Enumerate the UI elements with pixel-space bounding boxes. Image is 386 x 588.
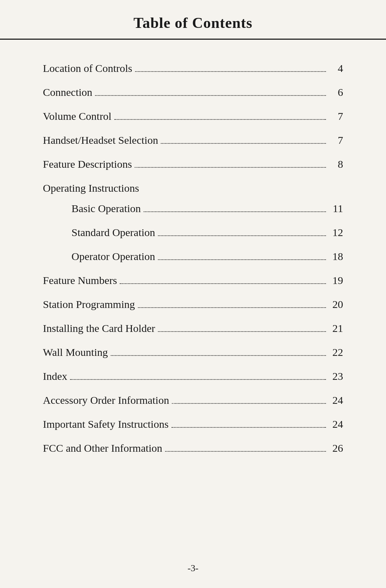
page-title: Table of Contents (29, 14, 357, 39)
toc-label: Location of Controls (43, 61, 132, 75)
toc-dots (120, 283, 326, 284)
toc-page-number: 24 (329, 393, 343, 407)
toc-entry: Installing the Card Holder21 (43, 321, 343, 335)
toc-page-number: 19 (329, 273, 343, 287)
toc-entry: Standard Operation12 (43, 225, 343, 239)
toc-entry: Volume Control7 (43, 109, 343, 123)
toc-page-number: 12 (329, 225, 343, 239)
toc-dots (158, 259, 326, 260)
toc-label: Operator Operation (71, 249, 155, 263)
toc-label: Important Safety Instructions (43, 417, 169, 431)
toc-entry: Operator Operation18 (43, 249, 343, 263)
toc-dots (144, 211, 326, 212)
toc-section-header: Operating Instructions (43, 181, 343, 195)
toc-page-number: 20 (329, 297, 343, 311)
toc-entry: Feature Descriptions8 (43, 157, 343, 171)
toc-entry: Wall Mounting22 (43, 345, 343, 359)
toc-page-number: 18 (329, 249, 343, 263)
toc-label: FCC and Other Information (43, 441, 162, 455)
toc-entry: Basic Operation11 (43, 201, 343, 215)
toc-label: Handset/Headset Selection (43, 133, 158, 147)
toc-entry: Operating Instructions (43, 181, 343, 195)
toc-dots (70, 379, 326, 380)
toc-entry: Connection6 (43, 85, 343, 99)
toc-entry: Index23 (43, 369, 343, 383)
toc-label: Wall Mounting (43, 345, 108, 359)
toc-dots (158, 331, 326, 332)
toc-label: Standard Operation (71, 225, 155, 239)
toc-label: Connection (43, 85, 92, 99)
toc-label: Station Programming (43, 297, 135, 311)
toc-page-number: 7 (329, 133, 343, 147)
page-footer: -3- (0, 563, 386, 574)
toc-page-number: 22 (329, 345, 343, 359)
toc-dots (114, 119, 326, 120)
toc-label: Volume Control (43, 109, 112, 123)
toc-page-number: 26 (329, 441, 343, 455)
toc-content: Location of Controls4Connection6Volume C… (0, 40, 386, 494)
toc-dots (138, 307, 326, 308)
toc-dots (135, 71, 326, 72)
page-container: Table of Contents Location of Controls4C… (0, 0, 386, 588)
toc-entry: Handset/Headset Selection7 (43, 133, 343, 147)
toc-dots (95, 95, 326, 96)
toc-page-number: 7 (329, 109, 343, 123)
toc-page-number: 11 (329, 201, 343, 215)
toc-dots (158, 235, 326, 236)
toc-page-number: 8 (329, 157, 343, 171)
toc-entry: Important Safety Instructions24 (43, 417, 343, 431)
toc-entry: Accessory Order Information24 (43, 393, 343, 407)
toc-page-number: 23 (329, 369, 343, 383)
toc-label: Installing the Card Holder (43, 321, 155, 335)
toc-dots (161, 143, 326, 144)
toc-page-number: 21 (329, 321, 343, 335)
toc-entry: Location of Controls4 (43, 61, 343, 75)
page-number: -3- (188, 563, 198, 573)
toc-entry: Station Programming20 (43, 297, 343, 311)
toc-dots (172, 427, 326, 428)
toc-entry: Feature Numbers19 (43, 273, 343, 287)
toc-page-number: 4 (329, 61, 343, 75)
toc-label: Feature Descriptions (43, 157, 132, 171)
toc-label: Accessory Order Information (43, 393, 169, 407)
toc-dots (111, 355, 326, 356)
header-section: Table of Contents (0, 0, 386, 40)
toc-label: Index (43, 369, 67, 383)
toc-dots (135, 167, 326, 168)
toc-label: Basic Operation (71, 201, 141, 215)
toc-label: Feature Numbers (43, 273, 117, 287)
toc-page-number: 6 (329, 85, 343, 99)
toc-dots (172, 403, 326, 404)
toc-page-number: 24 (329, 417, 343, 431)
toc-entry: FCC and Other Information26 (43, 441, 343, 455)
toc-dots (165, 451, 326, 452)
